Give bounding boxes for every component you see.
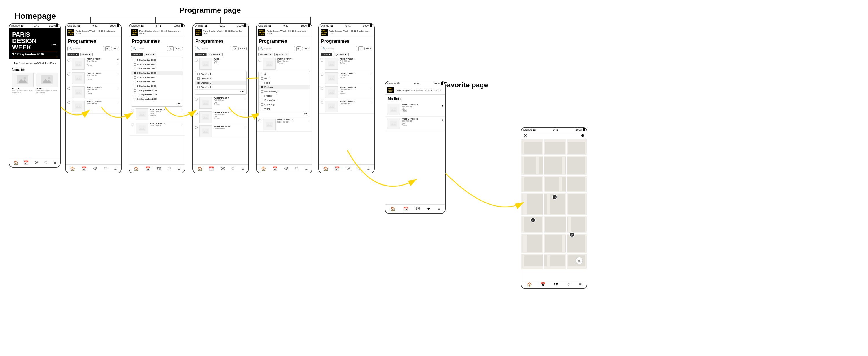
- filter-dates-p1[interactable]: Dates ▼: [67, 52, 79, 56]
- radio-p5-48[interactable]: [320, 87, 323, 90]
- radio-p3-2[interactable]: [195, 98, 197, 101]
- nav-cal-p5[interactable]: 📅: [335, 167, 340, 171]
- checkbox-cat-projets[interactable]: [261, 95, 263, 97]
- dates-ok-btn[interactable]: OK: [131, 101, 183, 106]
- date-item-9[interactable]: 11 Septembre 2020: [131, 93, 183, 97]
- checkbox-d1[interactable]: [134, 59, 136, 61]
- radio-p1-1[interactable]: [67, 59, 70, 62]
- quartier-item-4[interactable]: Quartier 4: [195, 85, 246, 89]
- nav-menu-p1[interactable]: ≡: [114, 167, 116, 171]
- nav-home[interactable]: 🏠: [13, 161, 18, 165]
- grid-icon-p3[interactable]: ⊞: [232, 46, 237, 51]
- cat-epv[interactable]: EPV: [259, 76, 310, 81]
- cat-art[interactable]: Art: [259, 72, 310, 76]
- nav-heart-p1[interactable]: ♡: [104, 167, 107, 171]
- checkbox-q3[interactable]: [197, 82, 199, 84]
- nav-heart-p3[interactable]: ♡: [231, 167, 235, 171]
- heart-p2-4[interactable]: ♡: [180, 123, 183, 126]
- dates-dropdown[interactable]: 3 Septembre 2020 4 Septembre 2020 5 Sept…: [131, 57, 183, 107]
- heart-fav-48[interactable]: ♥: [441, 118, 443, 122]
- nav-map-p2[interactable]: 🗺: [157, 167, 161, 171]
- radio-p5-1[interactable]: [320, 59, 323, 62]
- quartier-item-3[interactable]: Quartier 3: [195, 81, 246, 85]
- nav-map-map[interactable]: 🗺: [554, 282, 558, 287]
- grid-icon-p4[interactable]: ⊞: [296, 46, 301, 51]
- quartiers-dropdown[interactable]: Quartier 1 Quartier 2 Quartier 3 Quartie…: [195, 71, 247, 95]
- radio-p4-1[interactable]: [258, 59, 261, 62]
- radio-p5-4[interactable]: [320, 101, 323, 104]
- date-item-7[interactable]: 9 Septembre 2020: [131, 84, 183, 88]
- nav-home-map[interactable]: 🏠: [527, 282, 532, 287]
- cat-upcycling[interactable]: Upcycling: [259, 102, 310, 107]
- nav-menu-fav[interactable]: ≡: [438, 207, 440, 211]
- heart-p5-48[interactable]: ♡: [370, 87, 372, 90]
- quartier-item-2[interactable]: Quartier 2: [195, 76, 246, 81]
- grid-icon-p5[interactable]: ⊞: [359, 46, 363, 51]
- date-item-1[interactable]: 3 Septembre 2020: [131, 58, 183, 62]
- radio-p4-4[interactable]: [258, 119, 261, 122]
- nav-menu-p2[interactable]: ≡: [178, 167, 180, 171]
- radio-p1-3[interactable]: [67, 87, 70, 90]
- nav-menu-p3[interactable]: ≡: [241, 167, 244, 171]
- nav-heart-p5[interactable]: ♡: [357, 167, 361, 171]
- nav-menu-p4[interactable]: ≡: [305, 167, 307, 171]
- nav-heart-fav[interactable]: ♥: [427, 206, 430, 212]
- nav-map-p1[interactable]: 🗺: [93, 167, 97, 171]
- filter-dates-p3[interactable]: Dates ▼: [195, 52, 207, 56]
- cat-work[interactable]: Work: [259, 107, 310, 111]
- checkbox-d7[interactable]: [134, 85, 136, 87]
- cat-iconic[interactable]: Iconic Design: [259, 89, 310, 94]
- filter-quartiers-label-p4[interactable]: Quartiers ▼: [274, 52, 289, 56]
- checkbox-d9[interactable]: [134, 94, 136, 96]
- date-item-6[interactable]: 8 Septembre 2020: [131, 79, 183, 84]
- search-box-p5[interactable]: 🔍 Search: [320, 46, 357, 51]
- nav-home-p5[interactable]: 🏠: [323, 167, 328, 171]
- quartier-item-1[interactable]: Quartier 1: [195, 72, 246, 76]
- date-item-3[interactable]: 5 Septembre 2020: [131, 67, 183, 71]
- heart-p2-3[interactable]: ♡: [180, 109, 183, 112]
- date-item-4[interactable]: 6 Septembre 2020: [131, 71, 183, 75]
- nav-heart-p4[interactable]: ♡: [295, 167, 299, 171]
- nav-cal-p4[interactable]: 📅: [273, 167, 277, 171]
- az-btn-p5[interactable]: A to Z: [364, 47, 372, 50]
- checkbox-cat-upcycling[interactable]: [261, 103, 263, 106]
- heart-p4-4[interactable]: ♡: [308, 119, 310, 122]
- checkbox-q4[interactable]: [197, 86, 199, 88]
- nav-menu[interactable]: ≡: [54, 160, 56, 165]
- filter-quartiers-p2[interactable]: Filtres ▼: [144, 52, 156, 56]
- checkbox-d10[interactable]: [134, 98, 136, 100]
- heart-p1-1[interactable]: ♡: [117, 62, 119, 66]
- nav-map-p3[interactable]: 🗺: [220, 167, 224, 171]
- filter-dates-p5[interactable]: Dates ▼: [320, 52, 333, 56]
- nav-home-p1[interactable]: 🏠: [70, 167, 75, 171]
- nav-home-fav[interactable]: 🏠: [390, 207, 395, 211]
- radio-p3-42[interactable]: [195, 126, 197, 129]
- categories-dropdown[interactable]: Art EPV Food Fashion Iconic Design Proje…: [258, 71, 310, 116]
- radio-p2-3[interactable]: [131, 109, 134, 112]
- grid-icon-p1[interactable]: ⊞: [105, 46, 110, 51]
- search-box-p3[interactable]: 🔍 Search: [195, 46, 231, 51]
- filter-dates-p2[interactable]: Dates ▼: [131, 52, 143, 56]
- nav-cal-p2[interactable]: 📅: [145, 167, 150, 171]
- nav-map-fav[interactable]: 🗺: [415, 207, 420, 211]
- heart-fav-15[interactable]: ♥: [441, 104, 443, 107]
- map-close-icon[interactable]: ✕: [524, 133, 527, 138]
- az-btn-p1[interactable]: A to Z: [111, 47, 119, 50]
- grid-icon-p2[interactable]: ⊞: [169, 46, 174, 51]
- date-item-8[interactable]: 10 Septembre 2020: [131, 88, 183, 93]
- map-filter-icon[interactable]: ⚙: [581, 133, 585, 138]
- categories-ok-btn[interactable]: OK: [259, 111, 310, 116]
- heart-p3-42[interactable]: ♡: [244, 126, 247, 129]
- date-item-10[interactable]: 12 Septembre 2020: [131, 97, 183, 101]
- cat-fashion[interactable]: Fashion: [259, 85, 310, 89]
- nav-heart[interactable]: ♡: [44, 161, 48, 165]
- checkbox-q2[interactable]: [197, 77, 199, 80]
- nav-home-p3[interactable]: 🏠: [197, 167, 202, 171]
- heart-p5-12[interactable]: ♡: [370, 73, 372, 76]
- nav-cal-fav[interactable]: 📅: [403, 207, 408, 211]
- nav-heart-p2[interactable]: ♡: [167, 167, 171, 171]
- checkbox-cat-work[interactable]: [261, 108, 263, 110]
- search-box-p1[interactable]: 🔍 Search: [67, 46, 104, 51]
- quartiers-ok-btn[interactable]: OK: [195, 89, 246, 94]
- cat-projets[interactable]: Projets: [259, 94, 310, 98]
